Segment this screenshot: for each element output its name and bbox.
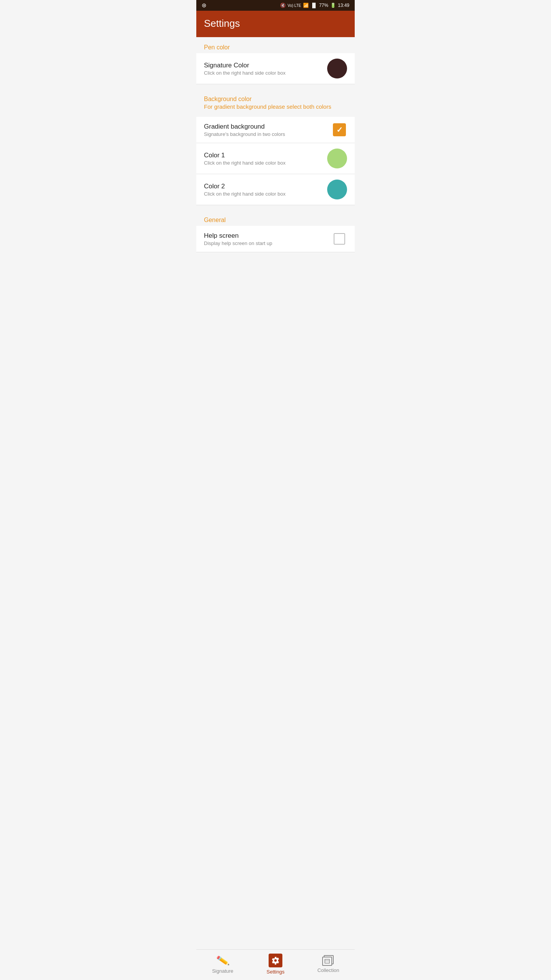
signature-color-desc: Click on the right hand side color box	[204, 70, 327, 76]
general-label: General	[204, 217, 347, 224]
color2-swatch[interactable]	[327, 180, 347, 199]
mute-icon: 🔇	[280, 3, 286, 8]
gradient-background-label: Gradient background	[204, 123, 332, 131]
gap2	[196, 112, 355, 117]
pen-color-label: Pen color	[204, 44, 347, 51]
help-screen-row[interactable]: Help screen Display help screen on start…	[196, 226, 355, 252]
help-screen-text: Help screen Display help screen on start…	[204, 232, 332, 246]
background-color-sublabel: For gradient background please select bo…	[204, 103, 347, 110]
color1-swatch[interactable]	[327, 149, 347, 168]
color1-row[interactable]: Color 1 Click on the right hand side col…	[196, 143, 355, 174]
color2-desc: Click on the right hand side color box	[204, 191, 327, 197]
help-screen-checkbox[interactable]	[332, 231, 347, 247]
gradient-checkbox-checked[interactable]	[333, 123, 346, 136]
help-checkbox-unchecked[interactable]	[334, 233, 345, 245]
battery-icon: 🔋	[330, 3, 336, 8]
page-title: Settings	[204, 18, 240, 29]
signature-color-label: Signature Color	[204, 62, 327, 69]
wifi-icon: 📶	[303, 3, 309, 8]
color1-label: Color 1	[204, 152, 327, 159]
color2-row[interactable]: Color 2 Click on the right hand side col…	[196, 174, 355, 205]
general-section-header: General	[196, 210, 355, 226]
color2-label: Color 2	[204, 183, 327, 190]
gradient-background-row[interactable]: Gradient background Signature's backgrou…	[196, 117, 355, 143]
help-screen-label: Help screen	[204, 232, 332, 240]
lte-icon: Vo) LTE	[288, 3, 301, 8]
gap3	[196, 205, 355, 210]
gradient-background-desc: Signature's background in two colors	[204, 131, 332, 137]
time: 13:49	[338, 3, 349, 8]
background-color-label: Background color	[204, 96, 347, 103]
signature-color-row[interactable]: Signature Color Click on the right hand …	[196, 53, 355, 84]
gap1	[196, 84, 355, 89]
signature-color-swatch[interactable]	[327, 59, 347, 78]
header: Settings	[196, 11, 355, 37]
gradient-background-checkbox[interactable]	[332, 122, 347, 137]
color1-text: Color 1 Click on the right hand side col…	[204, 152, 327, 166]
background-color-section-header: Background color For gradient background…	[196, 89, 355, 112]
pen-color-section-header: Pen color	[196, 37, 355, 53]
status-bar: ⊛ 🔇 Vo) LTE 📶 ▐▌ 77% 🔋 13:49	[196, 0, 355, 11]
help-screen-desc: Display help screen on start up	[204, 240, 332, 246]
color1-desc: Click on the right hand side color box	[204, 160, 327, 166]
content-area: Pen color Signature Color Click on the r…	[196, 37, 355, 343]
status-icons: 🔇 Vo) LTE 📶 ▐▌ 77% 🔋 13:49	[280, 3, 349, 8]
battery-percent: 77%	[319, 3, 328, 8]
app-icon: ⊛	[202, 2, 207, 9]
gradient-background-text: Gradient background Signature's backgrou…	[204, 123, 332, 137]
color2-text: Color 2 Click on the right hand side col…	[204, 183, 327, 197]
signal-icon: ▐▌	[311, 3, 317, 8]
signature-color-text: Signature Color Click on the right hand …	[204, 62, 327, 76]
